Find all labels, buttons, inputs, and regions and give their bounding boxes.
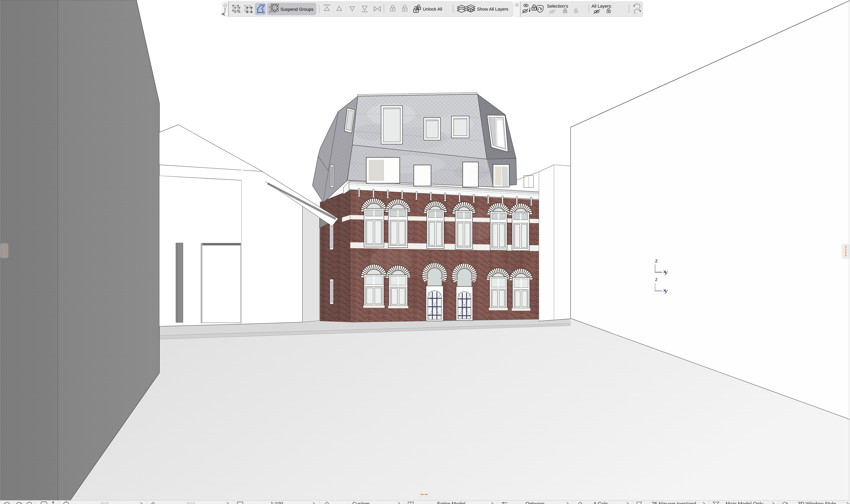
svg-text:y: y xyxy=(665,288,668,294)
svg-text:z: z xyxy=(655,276,658,282)
svg-text:A: A xyxy=(220,13,226,16)
svg-text:A Grijs: A Grijs xyxy=(593,501,608,504)
svg-text:Selection's: Selection's xyxy=(547,4,568,8)
svg-text:Ontwerp: Ontwerp xyxy=(526,501,544,504)
svg-text:Custom: Custom xyxy=(352,501,370,504)
svg-text:y: y xyxy=(665,269,668,275)
svg-text:N/A: N/A xyxy=(187,501,195,504)
svg-text:Entire Model: Entire Model xyxy=(437,501,465,504)
svg-text:Main Model Only: Main Model Only xyxy=(726,501,763,504)
svg-text:Unlock All: Unlock All xyxy=(423,6,442,12)
svg-text:Show All Layers: Show All Layers xyxy=(477,6,509,12)
svg-text:1:100: 1:100 xyxy=(270,501,283,504)
svg-text:z: z xyxy=(655,258,658,264)
svg-text:All Layers:: All Layers: xyxy=(591,4,612,8)
svg-text:N/A: N/A xyxy=(101,501,109,504)
svg-text:25 Nieuwe toestand: 25 Nieuwe toestand xyxy=(652,501,696,504)
svg-text:3D Window Style: 3D Window Style xyxy=(798,501,836,504)
svg-text:Suspend Groups: Suspend Groups xyxy=(280,7,314,12)
